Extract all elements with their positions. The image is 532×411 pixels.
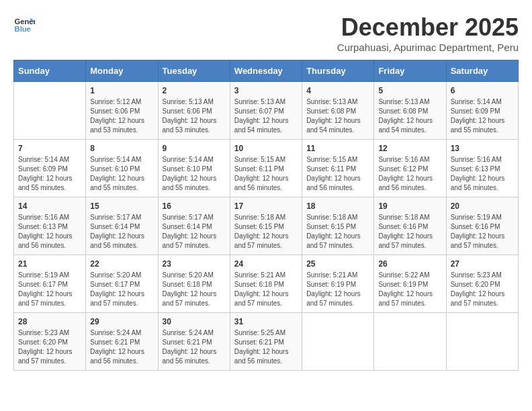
day-number: 7 [18, 144, 81, 153]
cell-info: Sunrise: 5:22 AM Sunset: 6:19 PM Dayligh… [378, 271, 441, 308]
logo: General Blue [13, 13, 35, 35]
cell-info: Sunrise: 5:13 AM Sunset: 6:06 PM Dayligh… [163, 97, 226, 135]
calendar-cell: 11Sunrise: 5:15 AM Sunset: 6:11 PM Dayli… [302, 140, 374, 197]
cell-info: Sunrise: 5:14 AM Sunset: 6:09 PM Dayligh… [18, 155, 81, 193]
day-number: 6 [451, 86, 514, 95]
calendar-cell: 3Sunrise: 5:13 AM Sunset: 6:07 PM Daylig… [230, 82, 302, 140]
calendar-cell [374, 313, 446, 371]
cell-info: Sunrise: 5:23 AM Sunset: 6:20 PM Dayligh… [18, 328, 81, 366]
month-title: December 2025 [337, 13, 519, 42]
calendar-week-row: 1Sunrise: 5:12 AM Sunset: 6:06 PM Daylig… [14, 82, 519, 140]
day-number: 30 [163, 317, 226, 326]
calendar-cell: 6Sunrise: 5:14 AM Sunset: 6:09 PM Daylig… [446, 82, 518, 140]
calendar-week-row: 21Sunrise: 5:19 AM Sunset: 6:17 PM Dayli… [14, 255, 519, 313]
cell-info: Sunrise: 5:17 AM Sunset: 6:14 PM Dayligh… [90, 213, 153, 250]
calendar-cell: 27Sunrise: 5:23 AM Sunset: 6:20 PM Dayli… [446, 255, 518, 313]
cell-info: Sunrise: 5:12 AM Sunset: 6:06 PM Dayligh… [90, 97, 153, 135]
calendar-cell: 30Sunrise: 5:24 AM Sunset: 6:21 PM Dayli… [158, 313, 230, 371]
cell-info: Sunrise: 5:21 AM Sunset: 6:19 PM Dayligh… [306, 271, 369, 308]
cell-info: Sunrise: 5:14 AM Sunset: 6:09 PM Dayligh… [451, 97, 514, 135]
calendar-cell: 8Sunrise: 5:14 AM Sunset: 6:10 PM Daylig… [86, 140, 158, 197]
title-area: December 2025 Curpahuasi, Apurimac Depar… [337, 13, 519, 53]
day-number: 1 [90, 86, 153, 95]
calendar-cell: 15Sunrise: 5:17 AM Sunset: 6:14 PM Dayli… [86, 197, 158, 255]
cell-info: Sunrise: 5:21 AM Sunset: 6:18 PM Dayligh… [234, 271, 298, 308]
calendar-cell [14, 82, 86, 140]
calendar-cell: 7Sunrise: 5:14 AM Sunset: 6:09 PM Daylig… [14, 140, 86, 197]
day-number: 11 [306, 144, 369, 153]
weekday-header: Saturday [446, 60, 518, 82]
calendar-cell: 10Sunrise: 5:15 AM Sunset: 6:11 PM Dayli… [230, 140, 302, 197]
calendar-cell: 24Sunrise: 5:21 AM Sunset: 6:18 PM Dayli… [230, 255, 302, 313]
cell-info: Sunrise: 5:25 AM Sunset: 6:21 PM Dayligh… [234, 328, 298, 366]
day-number: 27 [451, 259, 514, 269]
calendar-cell: 2Sunrise: 5:13 AM Sunset: 6:06 PM Daylig… [158, 82, 230, 140]
day-number: 25 [306, 259, 369, 269]
calendar-cell [302, 313, 374, 371]
weekday-header: Sunday [14, 60, 86, 82]
calendar-cell [446, 313, 518, 371]
cell-info: Sunrise: 5:20 AM Sunset: 6:17 PM Dayligh… [90, 271, 153, 308]
calendar-cell: 12Sunrise: 5:16 AM Sunset: 6:12 PM Dayli… [374, 140, 446, 197]
day-number: 14 [18, 201, 81, 211]
day-number: 4 [306, 86, 369, 95]
calendar-week-row: 7Sunrise: 5:14 AM Sunset: 6:09 PM Daylig… [14, 140, 519, 197]
cell-info: Sunrise: 5:14 AM Sunset: 6:10 PM Dayligh… [163, 155, 226, 193]
day-number: 26 [378, 259, 441, 269]
day-number: 9 [163, 144, 226, 153]
cell-info: Sunrise: 5:18 AM Sunset: 6:16 PM Dayligh… [378, 213, 441, 250]
weekday-header-row: SundayMondayTuesdayWednesdayThursdayFrid… [14, 60, 519, 82]
subtitle: Curpahuasi, Apurimac Department, Peru [337, 42, 519, 53]
cell-info: Sunrise: 5:14 AM Sunset: 6:10 PM Dayligh… [90, 155, 153, 193]
calendar-cell: 13Sunrise: 5:16 AM Sunset: 6:13 PM Dayli… [446, 140, 518, 197]
calendar-cell: 29Sunrise: 5:24 AM Sunset: 6:21 PM Dayli… [86, 313, 158, 371]
cell-info: Sunrise: 5:16 AM Sunset: 6:12 PM Dayligh… [378, 155, 441, 193]
calendar-week-row: 14Sunrise: 5:16 AM Sunset: 6:13 PM Dayli… [14, 197, 519, 255]
calendar-cell: 21Sunrise: 5:19 AM Sunset: 6:17 PM Dayli… [14, 255, 86, 313]
day-number: 5 [378, 86, 441, 95]
cell-info: Sunrise: 5:23 AM Sunset: 6:20 PM Dayligh… [451, 271, 514, 308]
weekday-header: Tuesday [158, 60, 230, 82]
calendar-cell: 23Sunrise: 5:20 AM Sunset: 6:18 PM Dayli… [158, 255, 230, 313]
cell-info: Sunrise: 5:15 AM Sunset: 6:11 PM Dayligh… [234, 155, 298, 193]
calendar-cell: 19Sunrise: 5:18 AM Sunset: 6:16 PM Dayli… [374, 197, 446, 255]
day-number: 16 [163, 201, 226, 211]
calendar-cell: 20Sunrise: 5:19 AM Sunset: 6:16 PM Dayli… [446, 197, 518, 255]
calendar-cell: 18Sunrise: 5:18 AM Sunset: 6:15 PM Dayli… [302, 197, 374, 255]
day-number: 22 [90, 259, 153, 269]
day-number: 20 [451, 201, 514, 211]
day-number: 24 [234, 259, 298, 269]
calendar-cell: 9Sunrise: 5:14 AM Sunset: 6:10 PM Daylig… [158, 140, 230, 197]
calendar-week-row: 28Sunrise: 5:23 AM Sunset: 6:20 PM Dayli… [14, 313, 519, 371]
day-number: 31 [234, 317, 298, 326]
day-number: 21 [18, 259, 81, 269]
calendar-cell: 14Sunrise: 5:16 AM Sunset: 6:13 PM Dayli… [14, 197, 86, 255]
calendar-cell: 4Sunrise: 5:13 AM Sunset: 6:08 PM Daylig… [302, 82, 374, 140]
cell-info: Sunrise: 5:19 AM Sunset: 6:17 PM Dayligh… [18, 271, 81, 308]
calendar-cell: 28Sunrise: 5:23 AM Sunset: 6:20 PM Dayli… [14, 313, 86, 371]
calendar-cell: 5Sunrise: 5:13 AM Sunset: 6:08 PM Daylig… [374, 82, 446, 140]
day-number: 18 [306, 201, 369, 211]
calendar-cell: 1Sunrise: 5:12 AM Sunset: 6:06 PM Daylig… [86, 82, 158, 140]
day-number: 2 [163, 86, 226, 95]
day-number: 29 [90, 317, 153, 326]
day-number: 10 [234, 144, 298, 153]
day-number: 3 [234, 86, 298, 95]
cell-info: Sunrise: 5:13 AM Sunset: 6:07 PM Dayligh… [234, 97, 298, 135]
weekday-header: Friday [374, 60, 446, 82]
calendar-cell: 17Sunrise: 5:18 AM Sunset: 6:15 PM Dayli… [230, 197, 302, 255]
cell-info: Sunrise: 5:15 AM Sunset: 6:11 PM Dayligh… [306, 155, 369, 193]
day-number: 8 [90, 144, 153, 153]
day-number: 17 [234, 201, 298, 211]
day-number: 12 [378, 144, 441, 153]
cell-info: Sunrise: 5:16 AM Sunset: 6:13 PM Dayligh… [18, 213, 81, 250]
weekday-header: Wednesday [230, 60, 302, 82]
calendar-cell: 25Sunrise: 5:21 AM Sunset: 6:19 PM Dayli… [302, 255, 374, 313]
cell-info: Sunrise: 5:18 AM Sunset: 6:15 PM Dayligh… [306, 213, 369, 250]
day-number: 28 [18, 317, 81, 326]
day-number: 19 [378, 201, 441, 211]
cell-info: Sunrise: 5:24 AM Sunset: 6:21 PM Dayligh… [163, 328, 226, 366]
svg-text:Blue: Blue [15, 25, 31, 33]
calendar-table: SundayMondayTuesdayWednesdayThursdayFrid… [13, 60, 519, 371]
cell-info: Sunrise: 5:13 AM Sunset: 6:08 PM Dayligh… [306, 97, 369, 135]
